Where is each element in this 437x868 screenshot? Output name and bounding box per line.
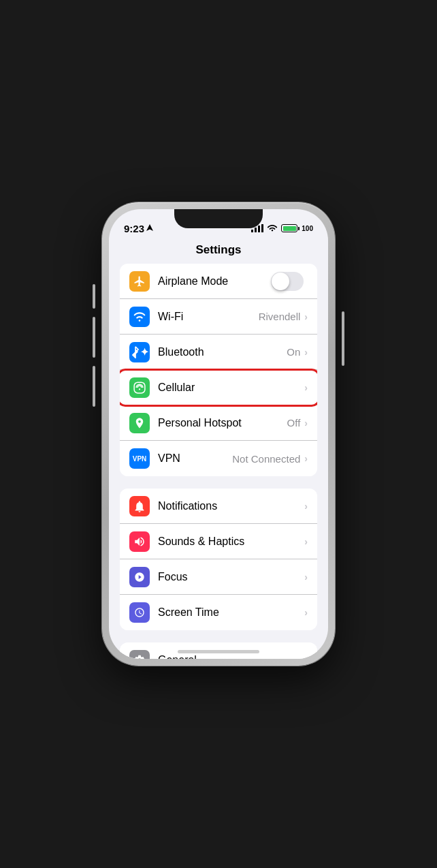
personal-hotspot-icon <box>129 413 150 433</box>
sounds-haptics-chevron: › <box>304 536 308 547</box>
volume-up-button[interactable] <box>93 317 95 358</box>
vpn-icon: VPN <box>129 448 150 469</box>
focus-chevron: › <box>304 572 308 583</box>
sounds-haptics-row[interactable]: Sounds & Haptics › <box>120 524 317 559</box>
wifi-icon <box>129 307 150 327</box>
personal-hotspot-value: Off <box>287 417 301 429</box>
bluetooth-row[interactable]: ✦ Bluetooth On › <box>120 335 317 370</box>
bluetooth-label: Bluetooth <box>158 346 287 358</box>
notifications-chevron: › <box>304 501 308 512</box>
settings-content[interactable]: Settings Airplane Mode <box>109 239 328 659</box>
airplane-mode-toggle[interactable] <box>271 272 304 291</box>
wifi-status-icon <box>267 224 278 232</box>
vpn-row[interactable]: VPN VPN Not Connected › <box>120 441 317 476</box>
airplane-mode-label: Airplane Mode <box>158 275 271 288</box>
volume-down-button[interactable] <box>93 366 95 407</box>
power-button[interactable] <box>342 311 344 366</box>
notifications-icon <box>129 496 150 516</box>
focus-icon <box>129 567 150 587</box>
svg-rect-2 <box>258 226 260 232</box>
screen-time-label: Screen Time <box>158 606 304 619</box>
status-icons: 100 <box>251 224 313 232</box>
personal-hotspot-chevron: › <box>304 418 308 429</box>
screen-time-chevron: › <box>304 607 308 618</box>
notifications-row[interactable]: Notifications › <box>120 489 317 524</box>
status-time: 9:23 <box>124 223 153 234</box>
svg-rect-3 <box>261 224 263 232</box>
page-title: Settings <box>109 239 328 264</box>
airplane-mode-icon <box>129 271 150 292</box>
phone-frame: 9:23 <box>102 202 335 666</box>
notifications-section: Notifications › Sounds & Haptics › <box>120 489 317 630</box>
cellular-row[interactable]: Cellular › <box>120 370 317 405</box>
sounds-haptics-label: Sounds & Haptics <box>158 536 304 548</box>
mute-button[interactable] <box>93 284 95 309</box>
bluetooth-icon: ✦ <box>129 342 150 362</box>
focus-row[interactable]: Focus › <box>120 559 317 595</box>
vpn-label: VPN <box>158 452 232 465</box>
focus-label: Focus <box>158 571 304 583</box>
phone-screen: 9:23 <box>109 209 328 659</box>
bluetooth-chevron: › <box>304 347 308 358</box>
vpn-value: Not Connected <box>232 453 300 465</box>
cellular-chevron: › <box>304 382 308 393</box>
bluetooth-value: On <box>287 346 300 358</box>
svg-rect-1 <box>255 228 257 232</box>
general-chevron: › <box>304 655 308 660</box>
svg-point-4 <box>139 388 140 390</box>
wifi-label: Wi-Fi <box>158 311 259 323</box>
general-icon <box>129 650 150 660</box>
svg-rect-0 <box>251 230 253 232</box>
location-icon <box>146 224 153 232</box>
connectivity-section: Airplane Mode Wi-Fi Rivendel <box>120 264 317 476</box>
screen-time-icon <box>129 602 150 623</box>
battery-icon: 100 <box>281 224 313 232</box>
home-indicator <box>178 650 259 653</box>
wifi-value: Rivendell <box>259 311 301 322</box>
personal-hotspot-label: Personal Hotspot <box>158 417 287 429</box>
general-label: General <box>158 654 304 660</box>
personal-hotspot-row[interactable]: Personal Hotspot Off › <box>120 405 317 441</box>
screen-time-row[interactable]: Screen Time › <box>120 595 317 630</box>
sounds-haptics-icon <box>129 531 150 552</box>
cellular-icon <box>129 377 150 398</box>
vpn-chevron: › <box>304 453 308 464</box>
notifications-label: Notifications <box>158 500 304 512</box>
airplane-mode-row[interactable]: Airplane Mode <box>120 264 317 299</box>
wifi-chevron: › <box>304 311 308 322</box>
wifi-row[interactable]: Wi-Fi Rivendell › <box>120 299 317 335</box>
notch <box>174 209 263 228</box>
cellular-wrapper: Cellular › <box>120 370 317 405</box>
cellular-label: Cellular <box>158 382 304 394</box>
connectivity-group: Airplane Mode Wi-Fi Rivendel <box>109 264 328 476</box>
